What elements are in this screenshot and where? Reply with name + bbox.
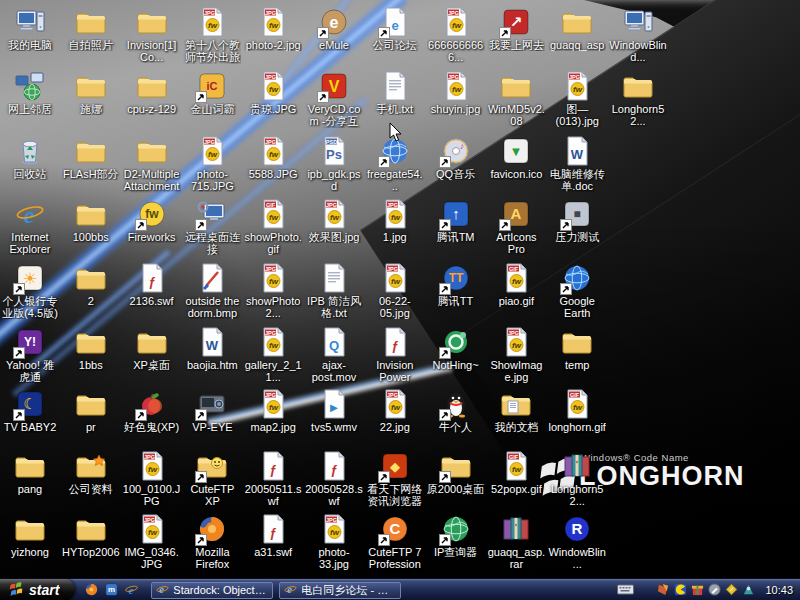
- pen-input-tray-icon[interactable]: [708, 583, 721, 596]
- desktop-icon[interactable]: temp: [548, 326, 606, 371]
- desktop-icon[interactable]: JPGfw6666666666...: [427, 6, 485, 63]
- desktop-icon[interactable]: ƒ20050528.swf: [305, 450, 363, 507]
- desktop-icon[interactable]: Wbaojia.htm: [183, 326, 241, 371]
- desktop-icon[interactable]: IP查询器: [427, 513, 485, 558]
- desktop-icon[interactable]: JPGfwphoto-2.jpg: [244, 6, 302, 51]
- desktop-icon[interactable]: VP-EYE: [183, 388, 241, 433]
- desktop-icon[interactable]: ƒ20050511.swf: [244, 450, 302, 507]
- desktop-icon[interactable]: GIFfwlonghorn.gif: [548, 388, 606, 433]
- desktop-icon[interactable]: JPGfwphoto-715.JPG: [183, 135, 241, 192]
- desktop-icon[interactable]: iC金山词霸: [183, 70, 241, 115]
- desktop-icon[interactable]: ƒInvision Power Board 2.swf: [366, 326, 424, 384]
- desktop-icon[interactable]: outside the dorm.bmp: [183, 262, 241, 319]
- desktop-icon[interactable]: NotHing~: [427, 326, 485, 371]
- desktop-icon[interactable]: ↑腾讯TM: [427, 198, 485, 243]
- desktop-icon[interactable]: JPGfw第十八个教师节外出旅游...: [183, 6, 241, 64]
- desktop-icon[interactable]: 我的文档: [487, 388, 545, 433]
- desktop-icon[interactable]: GIFfwshowPhoto.gif: [244, 198, 302, 255]
- desktop-icon[interactable]: ƒa31.swf: [244, 513, 302, 558]
- desktop-icon[interactable]: ►tvs5.wmv: [305, 388, 363, 433]
- desktop-icon[interactable]: AArtIcons Pro: [487, 198, 545, 255]
- taskbar-window-button[interactable]: e电白同乡论坛 - Micr...: [279, 582, 401, 599]
- desktop-icon[interactable]: Longhorn52...: [548, 450, 606, 507]
- desktop-icon[interactable]: JPGfw1.jpg: [366, 198, 424, 243]
- desktop-icon[interactable]: IPB 简洁风格.txt: [305, 262, 363, 319]
- desktop-icon[interactable]: 施娜: [62, 70, 120, 115]
- desktop-icon[interactable]: Google Earth: [548, 262, 606, 319]
- desktop-icon[interactable]: 2: [62, 262, 120, 307]
- desktop-icon[interactable]: JPGfw图—(013).jpg: [548, 70, 606, 127]
- desktop-icon[interactable]: freegate54...: [366, 135, 424, 192]
- download-tool-tray-icon[interactable]: [657, 583, 670, 596]
- desktop-icon[interactable]: Longhorn52...: [609, 70, 667, 127]
- desktop-icon[interactable]: JPGfwshowPhoto2...: [244, 262, 302, 319]
- desktop-icon[interactable]: e公司论坛: [366, 6, 424, 51]
- desktop-icon[interactable]: JPGfwgallery_2_11...: [244, 326, 302, 383]
- desktop-icon[interactable]: 网上邻居: [1, 70, 59, 115]
- desktop-icon[interactable]: WinMD5v2.08: [487, 70, 545, 127]
- desktop-icon[interactable]: 好色鬼(XP): [123, 388, 181, 433]
- messenger-quicklaunch-icon[interactable]: m: [104, 582, 119, 597]
- ie-quicklaunch-icon[interactable]: e: [124, 582, 139, 597]
- taskbar-window-button[interactable]: eStardock: Object Des...: [151, 582, 273, 599]
- desktop-icon[interactable]: HYTop2006: [62, 513, 120, 558]
- popup-tool-tray-icon[interactable]: [725, 583, 738, 596]
- desktop-icon[interactable]: JPGfw06-22-05.jpg: [366, 262, 424, 319]
- desktop-icon[interactable]: eeMule: [305, 6, 363, 51]
- desktop-icon[interactable]: ☾TV BABY2: [1, 388, 59, 433]
- desktop-icon[interactable]: JPGfwIMG_0346.JPG: [123, 513, 181, 570]
- desktop-icon[interactable]: CCuteFTP 7 Professional: [366, 513, 424, 571]
- desktop-icon[interactable]: ♪QQ音乐: [427, 135, 485, 180]
- desktop-icon[interactable]: JPGfw贵琼.JPG: [244, 70, 302, 115]
- desktop-icon[interactable]: FLAsH部分: [62, 135, 120, 180]
- gift-box-tray-icon[interactable]: [691, 583, 704, 596]
- desktop-icon[interactable]: D2-Multiple Attachment ...: [123, 135, 181, 193]
- desktop-icon[interactable]: WindowBlind...: [609, 6, 667, 63]
- desktop-icon[interactable]: JPGfwphoto-33.jpg: [305, 513, 363, 570]
- input-indicator-icon[interactable]: [617, 583, 634, 596]
- desktop-icon[interactable]: 1bbs: [62, 326, 120, 371]
- desktop-icon[interactable]: JPGfw5588.JPG: [244, 135, 302, 180]
- desktop-icon[interactable]: RWindowBlin...: [548, 513, 606, 570]
- firefox-quicklaunch-icon[interactable]: [84, 582, 99, 597]
- desktop-icon[interactable]: cpu-z-129: [123, 70, 181, 115]
- desktop-icon[interactable]: JPGfwShowImage.jpg: [487, 326, 545, 383]
- desktop-icon[interactable]: CuteFTP XP: [183, 450, 241, 507]
- start-button[interactable]: start: [0, 579, 75, 600]
- desktop-icon[interactable]: Qajax-post.mov: [305, 326, 363, 383]
- desktop-icon[interactable]: guaqq_asp: [548, 6, 606, 51]
- desktop-icon[interactable]: ■压力测试: [548, 198, 606, 243]
- desktop-icon[interactable]: fwFireworks: [123, 198, 181, 243]
- desktop-icon[interactable]: ↗我要上网去: [487, 6, 545, 51]
- desktop-icon[interactable]: TT腾讯TT: [427, 262, 485, 307]
- desktop-icon[interactable]: guaqq_asp.rar: [487, 513, 545, 570]
- desktop-icon[interactable]: JPGfw22.jpg: [366, 388, 424, 433]
- desktop-icon[interactable]: eInternet Explorer: [1, 198, 59, 255]
- desktop-icon[interactable]: Invision[1] Co...: [123, 6, 181, 63]
- desktop-icon[interactable]: ☀个人银行专业版(4.5版): [1, 262, 59, 319]
- desktop-icon[interactable]: GIFfw52popx.gif: [487, 450, 545, 495]
- desktop-icon[interactable]: ƒ2136.swf: [123, 262, 181, 307]
- desktop-icon[interactable]: Mozilla Firefox: [183, 513, 241, 570]
- desktop-icon[interactable]: Y!Yahoo! 雅虎通: [1, 326, 59, 383]
- desktop-icon[interactable]: 公司资料: [62, 450, 120, 495]
- desktop-icon[interactable]: ▼favicon.ico: [487, 135, 545, 180]
- desktop-icon[interactable]: 手机.txt: [366, 70, 424, 115]
- desktop-icon[interactable]: 原2000桌面: [427, 450, 485, 495]
- desktop-icon[interactable]: 牛个人: [427, 388, 485, 433]
- desktop-icon[interactable]: PSDPsipb_gdk.psd: [305, 135, 363, 192]
- user-status-tray-icon[interactable]: [742, 583, 755, 596]
- taskbar-clock[interactable]: 10:43: [765, 584, 793, 596]
- desktop-icon[interactable]: GIFfwpiao.gif: [487, 262, 545, 307]
- desktop-icon[interactable]: ◆看天下网络资讯浏览器(3...: [366, 450, 424, 508]
- desktop-icon[interactable]: 100bbs: [62, 198, 120, 243]
- desktop-icon[interactable]: JPGfwshuyin.jpg: [427, 70, 485, 115]
- desktop-icon[interactable]: JPGfw效果图.jpg: [305, 198, 363, 243]
- desktop-icon[interactable]: 我的电脑: [1, 6, 59, 51]
- desktop-icon[interactable]: 自拍照片: [62, 6, 120, 51]
- yahoo-messenger-tray-icon[interactable]: [674, 583, 687, 596]
- desktop-icon[interactable]: pang: [1, 450, 59, 495]
- desktop-icon[interactable]: JPGfw100_0100.JPG: [123, 450, 181, 507]
- desktop-icon[interactable]: JPGfwmap2.jpg: [244, 388, 302, 433]
- desktop-icon[interactable]: W电脑维修传单.doc: [548, 135, 606, 192]
